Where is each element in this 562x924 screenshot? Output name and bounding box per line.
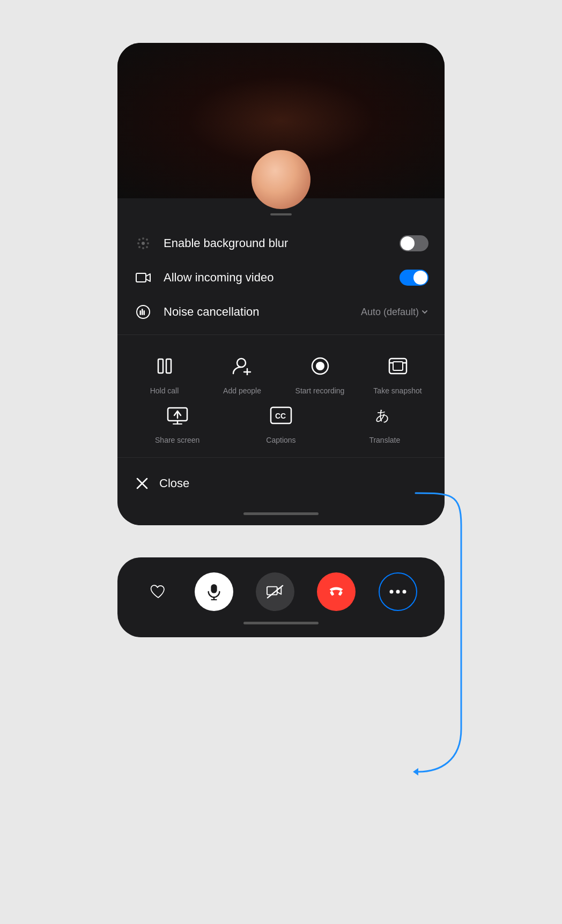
page-wrapper: Enable background blur Allow incoming vi… xyxy=(0,0,562,924)
noise-cancellation-dropdown[interactable]: Auto (default) xyxy=(361,307,428,318)
captions-icon: CC xyxy=(266,400,296,430)
hold-call-button[interactable]: Hold call xyxy=(128,351,201,395)
svg-text:あ: あ xyxy=(375,408,390,423)
snapshot-icon xyxy=(388,356,408,376)
incoming-video-label: Allow incoming video xyxy=(164,271,273,285)
start-recording-button[interactable]: Start recording xyxy=(284,351,356,395)
noise-icon xyxy=(134,302,153,322)
close-label: Close xyxy=(159,476,189,490)
svg-point-39 xyxy=(389,590,393,594)
video-off-icon xyxy=(267,583,284,600)
share-screen-button[interactable]: Share screen xyxy=(128,400,226,444)
hold-call-label: Hold call xyxy=(150,386,179,395)
noise-cancellation-row: Noise cancellation Auto (default) xyxy=(117,295,445,329)
translate-svg: あ xyxy=(373,406,396,424)
video-background xyxy=(117,43,445,198)
mic-button[interactable] xyxy=(195,572,233,611)
svg-point-6 xyxy=(138,246,140,248)
person-add-icon xyxy=(232,357,253,375)
heart-button[interactable] xyxy=(145,578,172,605)
take-snapshot-label: Take snapshot xyxy=(373,386,422,395)
svg-rect-38 xyxy=(338,591,343,596)
svg-rect-9 xyxy=(136,273,146,282)
noise-cancellation-label: Noise cancellation xyxy=(164,305,260,319)
more-button[interactable] xyxy=(379,572,417,611)
video-off-button[interactable] xyxy=(256,572,294,611)
add-people-label: Add people xyxy=(223,386,261,395)
start-recording-label: Start recording xyxy=(295,386,345,395)
svg-rect-32 xyxy=(211,584,217,593)
svg-rect-37 xyxy=(330,591,335,596)
add-people-icon xyxy=(227,351,257,381)
svg-rect-22 xyxy=(393,362,403,370)
x-icon xyxy=(136,478,148,489)
svg-point-10 xyxy=(137,305,150,318)
video-icon xyxy=(134,268,153,287)
close-button[interactable]: Close xyxy=(117,465,445,502)
svg-point-3 xyxy=(137,242,139,244)
svg-rect-12 xyxy=(144,310,145,315)
start-recording-icon xyxy=(305,351,335,381)
svg-rect-21 xyxy=(389,359,406,374)
bottom-sheet: Enable background blur Allow incoming vi… xyxy=(117,215,445,525)
svg-line-36 xyxy=(268,586,283,598)
svg-point-40 xyxy=(396,590,400,594)
background-blur-toggle[interactable] xyxy=(400,235,428,251)
connector-wrapper: Enable background blur Allow incoming vi… xyxy=(0,43,562,637)
incoming-video-row: Allow incoming video xyxy=(117,260,445,295)
svg-rect-15 xyxy=(166,359,171,373)
phone-frame-top: Enable background blur Allow incoming vi… xyxy=(117,43,445,525)
actions-row2: Share screen CC Captions xyxy=(117,400,445,450)
captions-label: Captions xyxy=(266,436,295,444)
phone-down-icon xyxy=(328,583,345,600)
share-screen-svg xyxy=(167,406,188,425)
share-screen-icon xyxy=(162,400,193,430)
pause-icon xyxy=(155,356,174,376)
svg-point-8 xyxy=(146,246,148,248)
divider-2 xyxy=(117,457,445,458)
phone-frame-bottom xyxy=(117,557,445,637)
svg-rect-14 xyxy=(158,359,163,373)
home-indicator-top xyxy=(243,512,319,515)
svg-point-2 xyxy=(146,239,148,241)
svg-point-16 xyxy=(237,359,246,367)
close-x-icon xyxy=(134,475,151,492)
svg-rect-13 xyxy=(140,310,142,315)
incoming-video-toggle[interactable] xyxy=(400,270,428,286)
add-people-button[interactable]: Add people xyxy=(206,351,278,395)
chevron-down-icon xyxy=(421,308,428,316)
hold-call-icon xyxy=(150,351,180,381)
translate-icon: あ xyxy=(369,400,400,430)
noise-cancellation-value: Auto (default) xyxy=(361,307,419,318)
call-bar xyxy=(128,572,434,611)
share-screen-label: Share screen xyxy=(155,436,199,444)
svg-text:CC: CC xyxy=(275,412,286,420)
record-icon xyxy=(310,356,330,376)
take-snapshot-button[interactable]: Take snapshot xyxy=(361,351,434,395)
actions-row1: Hold call Add people xyxy=(117,340,445,400)
svg-point-5 xyxy=(147,242,149,244)
svg-point-0 xyxy=(138,239,140,241)
svg-point-41 xyxy=(402,590,406,594)
mic-icon xyxy=(205,583,223,600)
blur-icon xyxy=(134,234,153,253)
end-call-button[interactable] xyxy=(317,572,356,611)
captions-button[interactable]: CC Captions xyxy=(232,400,330,444)
background-blur-label: Enable background blur xyxy=(164,236,288,250)
divider-1 xyxy=(117,334,445,335)
translate-button[interactable]: あ Translate xyxy=(336,400,434,444)
svg-point-20 xyxy=(316,362,324,370)
svg-point-7 xyxy=(142,247,144,249)
cc-icon: CC xyxy=(270,406,292,424)
heart-icon xyxy=(150,583,167,600)
home-indicator-bottom xyxy=(243,622,319,624)
more-dots-icon xyxy=(389,583,406,600)
avatar-head xyxy=(252,150,310,209)
take-snapshot-icon xyxy=(383,351,413,381)
svg-point-1 xyxy=(142,237,144,240)
translate-label: Translate xyxy=(369,436,400,444)
svg-marker-42 xyxy=(413,768,418,776)
svg-point-4 xyxy=(142,242,145,245)
background-blur-row: Enable background blur xyxy=(117,226,445,260)
svg-rect-11 xyxy=(142,309,143,315)
